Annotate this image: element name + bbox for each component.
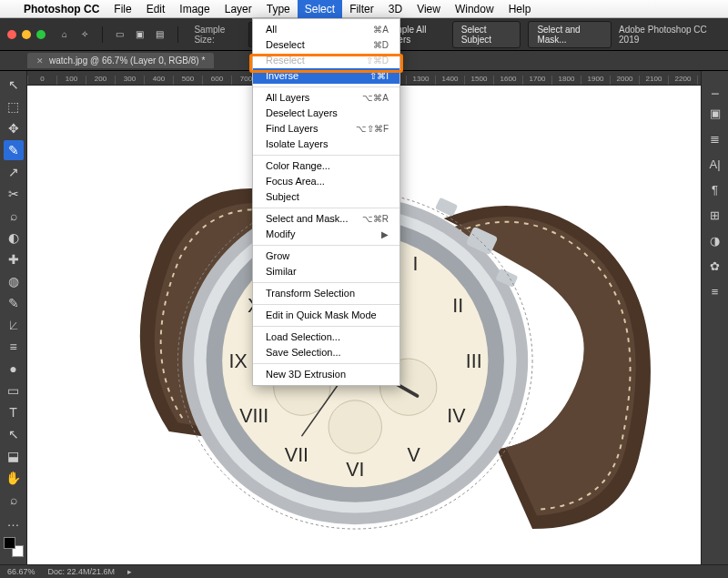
tool-20[interactable]: … <box>4 512 24 532</box>
menu-view[interactable]: View <box>410 0 448 18</box>
menu-item-deselect-layers[interactable]: Deselect Layers <box>253 106 399 121</box>
status-bar: 66.67% Doc: 22.4M/21.6M ▸ <box>0 564 728 578</box>
menu-help[interactable]: Help <box>501 0 539 18</box>
menu-item-transform-selection[interactable]: Transform Selection <box>253 286 399 301</box>
menu-image[interactable]: Image <box>172 0 217 18</box>
svg-point-18 <box>329 401 381 453</box>
menu-item-grow[interactable]: Grow <box>253 248 399 264</box>
panel-icon-3[interactable]: A| <box>706 155 724 173</box>
window-controls[interactable] <box>7 30 46 39</box>
panel-icon-2[interactable]: ≣ <box>706 129 724 147</box>
panel-icon-8[interactable]: ≡ <box>706 282 724 300</box>
document-tab[interactable]: ✕ watch.jpg @ 66.7% (Layer 0, RGB/8) * <box>27 53 214 68</box>
menu-3d[interactable]: 3D <box>381 0 410 18</box>
svg-text:IV: IV <box>447 405 466 427</box>
menu-item-select-and-mask[interactable]: Select and Mask...⌥⌘R <box>253 211 399 227</box>
sample-size-label: Sample Size: <box>194 25 240 45</box>
tool-19[interactable]: ⌕ <box>4 490 24 510</box>
menu-filter[interactable]: Filter <box>342 0 381 18</box>
tool-18[interactable]: ✋ <box>4 468 24 488</box>
menu-item-deselect[interactable]: Deselect⌘D <box>253 37 399 53</box>
tool-17[interactable]: ⬓ <box>4 446 24 466</box>
tool-15[interactable]: T <box>4 402 24 422</box>
close-tab-icon[interactable]: ✕ <box>36 56 44 66</box>
menu-item-all-layers[interactable]: All Layers⌥⌘A <box>253 90 399 106</box>
panel-icon-7[interactable]: ✿ <box>706 257 724 275</box>
panels-dock: ⎯▣≣A|¶⊞◑✿≡ <box>701 71 728 564</box>
panel-icon-1[interactable]: ▣ <box>706 104 724 122</box>
new-sel-icon[interactable]: ▭ <box>114 27 126 42</box>
menu-item-subject[interactable]: Subject <box>253 189 399 205</box>
svg-text:III: III <box>466 350 482 372</box>
tool-8[interactable]: ✚ <box>4 249 24 269</box>
menu-item-find-layers[interactable]: Find Layers⌥⇧⌘F <box>253 121 399 137</box>
menu-type[interactable]: Type <box>259 0 298 18</box>
menu-item-inverse[interactable]: Inverse⇧⌘I <box>253 68 399 84</box>
menu-file[interactable]: File <box>106 0 138 18</box>
tool-4[interactable]: ↗ <box>4 162 24 182</box>
tool-0[interactable]: ↖ <box>4 75 24 95</box>
panel-icon-6[interactable]: ◑ <box>706 231 724 249</box>
menu-item-modify[interactable]: Modify▶ <box>253 227 399 242</box>
menu-item-load-selection[interactable]: Load Selection... <box>253 330 399 345</box>
mac-menubar: Photoshop CC FileEditImageLayerTypeSelec… <box>0 0 728 18</box>
menu-item-new-3d-extrusion[interactable]: New 3D Extrusion <box>253 367 399 382</box>
chevron-right-icon[interactable]: ▸ <box>127 567 132 576</box>
tool-2[interactable]: ✥ <box>4 118 24 138</box>
select-and-mask-button[interactable]: Select and Mask... <box>528 21 612 48</box>
wand-icon[interactable]: ✧ <box>78 27 91 42</box>
menu-app[interactable]: Photoshop CC <box>16 0 106 18</box>
panel-icon-4[interactable]: ¶ <box>706 180 724 198</box>
tools-panel: ↖⬚✥✎↗✂⌕◐✚◍✎⟀≡●▭T↖⬓✋⌕… <box>0 71 27 564</box>
menu-layer[interactable]: Layer <box>217 0 259 18</box>
menu-item-edit-in-quick-mask-mode[interactable]: Edit in Quick Mask Mode <box>253 308 399 323</box>
select-menu-dropdown: All⌘ADeselect⌘DReselect⇧⌘DInverse⇧⌘IAll … <box>252 18 400 386</box>
tool-6[interactable]: ⌕ <box>4 206 24 226</box>
select-subject-button[interactable]: Select Subject <box>452 21 521 48</box>
add-sel-icon[interactable]: ▣ <box>134 27 147 42</box>
tool-7[interactable]: ◐ <box>4 228 24 248</box>
home-icon[interactable]: ⌂ <box>58 27 71 42</box>
svg-text:IX: IX <box>229 350 248 372</box>
sub-sel-icon[interactable]: ▤ <box>154 27 167 42</box>
panel-icon-5[interactable]: ⊞ <box>706 206 724 224</box>
menu-item-isolate-layers[interactable]: Isolate Layers <box>253 137 399 152</box>
menu-window[interactable]: Window <box>448 0 501 18</box>
tool-11[interactable]: ⟀ <box>4 315 24 335</box>
tool-5[interactable]: ✂ <box>4 184 24 204</box>
menu-item-all[interactable]: All⌘A <box>253 22 399 37</box>
svg-text:II: II <box>452 295 463 317</box>
svg-text:V: V <box>407 444 420 466</box>
panel-icon-0[interactable]: ⎯ <box>706 78 724 96</box>
svg-text:VIII: VIII <box>239 405 268 427</box>
svg-rect-25 <box>435 198 458 217</box>
doc-size: Doc: 22.4M/21.6M <box>48 567 116 576</box>
tool-13[interactable]: ● <box>4 359 24 379</box>
menu-item-reselect: Reselect⇧⌘D <box>253 53 399 68</box>
tool-9[interactable]: ◍ <box>4 271 24 291</box>
menu-select[interactable]: Select <box>298 0 342 18</box>
tool-14[interactable]: ▭ <box>4 380 24 401</box>
tool-3[interactable]: ✎ <box>4 140 24 160</box>
svg-text:I: I <box>413 253 419 275</box>
menu-item-similar[interactable]: Similar <box>253 264 399 279</box>
menu-item-color-range[interactable]: Color Range... <box>253 158 399 174</box>
svg-text:VI: VI <box>346 459 364 481</box>
menu-item-save-selection[interactable]: Save Selection... <box>253 345 399 360</box>
menu-item-focus-area[interactable]: Focus Area... <box>253 174 399 189</box>
fg-bg-swatch[interactable] <box>4 537 24 557</box>
tool-10[interactable]: ✎ <box>4 293 24 313</box>
menu-edit[interactable]: Edit <box>139 0 173 18</box>
app-title: Adobe Photoshop CC 2019 <box>619 25 721 45</box>
tool-16[interactable]: ↖ <box>4 424 24 444</box>
document-tab-title: watch.jpg @ 66.7% (Layer 0, RGB/8) * <box>49 56 205 66</box>
tool-1[interactable]: ⬚ <box>4 96 24 117</box>
tool-12[interactable]: ≡ <box>4 337 24 357</box>
zoom-level[interactable]: 66.67% <box>7 567 35 576</box>
svg-text:VII: VII <box>285 444 308 466</box>
